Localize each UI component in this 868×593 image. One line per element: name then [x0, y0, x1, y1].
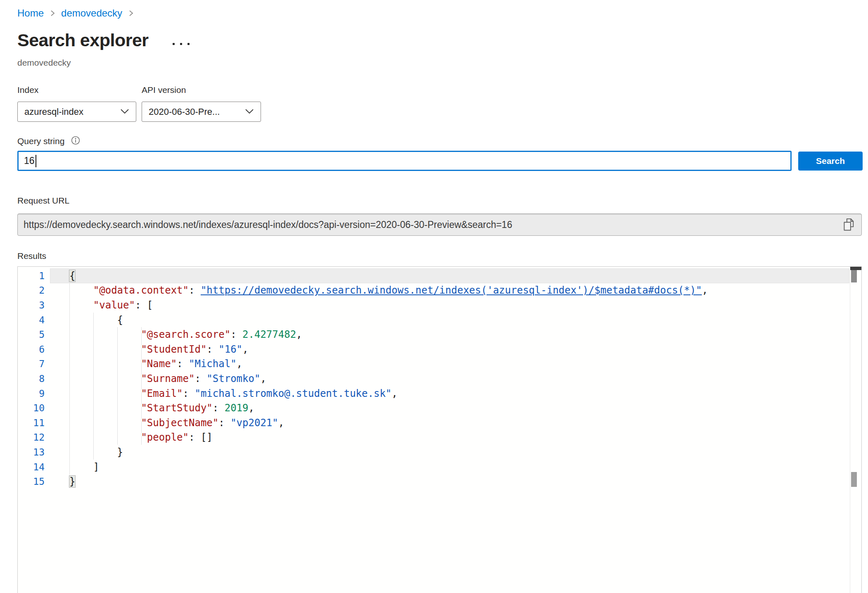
- code-line: 14 ]: [18, 460, 850, 474]
- line-number: 4: [18, 315, 45, 325]
- line-number: 10: [18, 403, 45, 413]
- code-text: "Surname": "Stromko",: [69, 373, 266, 384]
- request-url-value: https://demovedecky.search.windows.net/i…: [24, 219, 512, 230]
- code-text: "StudentId": "16",: [69, 344, 249, 355]
- line-number: 15: [18, 476, 45, 487]
- code-line: 3 "value": [: [18, 298, 850, 313]
- breadcrumb-home-link[interactable]: Home: [17, 7, 44, 19]
- api-version-select-value: 2020-06-30-Pre...: [149, 107, 220, 117]
- code-line: 6 "StudentId": "16",: [18, 342, 850, 357]
- code-line: 9 "Email": "michal.stromko@.student.tuke…: [18, 386, 850, 401]
- api-version-select[interactable]: 2020-06-30-Pre...: [142, 102, 261, 122]
- code-text: "value": [: [69, 299, 153, 311]
- scrollbar-cap: [850, 267, 861, 270]
- code-line: 15}: [18, 474, 850, 489]
- code-text: {: [69, 270, 75, 282]
- line-number: 3: [18, 300, 45, 311]
- line-number: 13: [18, 447, 45, 458]
- code-line: 1{: [18, 268, 850, 283]
- results-json-editor[interactable]: 1{2 "@odata.context": "https://demovedec…: [17, 266, 862, 593]
- page-scrollbar-thumb[interactable]: [851, 472, 857, 487]
- page-title: Search explorer: [17, 31, 149, 50]
- breadcrumb-service-link[interactable]: demovedecky: [61, 7, 122, 19]
- code-line: 10 "StartStudy": 2019,: [18, 401, 850, 415]
- line-number: 2: [18, 285, 45, 296]
- code-line: 2 "@odata.context": "https://demovedecky…: [18, 283, 850, 298]
- index-label: Index: [17, 85, 136, 95]
- request-url-label: Request URL: [17, 196, 69, 206]
- line-number: 6: [18, 344, 45, 355]
- editor-scrollbar-thumb[interactable]: [851, 270, 857, 282]
- code-text: ]: [69, 461, 99, 473]
- text-caret: [36, 155, 36, 167]
- query-input-value: 16: [24, 155, 35, 166]
- code-text: }: [69, 476, 75, 487]
- query-input[interactable]: 16: [17, 151, 792, 171]
- page-subtitle: demovedecky: [17, 58, 71, 68]
- info-icon[interactable]: [71, 135, 81, 147]
- code-text: {: [69, 314, 123, 326]
- scrollbar-track: [850, 267, 850, 593]
- code-text: "StartStudy": 2019,: [69, 402, 254, 414]
- index-field: Index azuresql-index: [17, 85, 136, 122]
- search-button[interactable]: Search: [798, 152, 863, 171]
- line-number: 9: [18, 388, 45, 399]
- code-text: "people": []: [69, 432, 213, 443]
- copy-icon: [842, 217, 856, 233]
- line-number: 1: [18, 270, 45, 281]
- code-text: }: [69, 446, 123, 458]
- code-line: 7 "Name": "Michal",: [18, 357, 850, 372]
- line-number: 12: [18, 432, 45, 443]
- index-select-value: azuresql-index: [24, 107, 83, 117]
- line-number: 8: [18, 373, 45, 384]
- index-select[interactable]: azuresql-index: [17, 102, 136, 122]
- breadcrumb: Home demovedecky: [17, 7, 140, 19]
- code-text: "SubjectName": "vp2021",: [69, 417, 284, 429]
- code-text: "@search.score": 2.4277482,: [69, 329, 302, 340]
- code-line: 5 "@search.score": 2.4277482,: [18, 327, 850, 342]
- query-string-label: Query string: [17, 136, 64, 146]
- results-label: Results: [17, 251, 46, 261]
- api-version-label: API version: [142, 85, 261, 95]
- line-number: 7: [18, 358, 45, 369]
- code-line: 4 {: [18, 313, 850, 327]
- code-lines: 1{2 "@odata.context": "https://demovedec…: [18, 268, 850, 489]
- code-line: 8 "Surname": "Stromko",: [18, 371, 850, 386]
- more-actions-icon[interactable]: [173, 43, 190, 45]
- chevron-down-icon: [120, 108, 129, 116]
- chevron-right-icon: [50, 9, 55, 17]
- api-version-field: API version 2020-06-30-Pre...: [142, 85, 261, 122]
- code-text: "Name": "Michal",: [69, 358, 242, 370]
- code-text: "Email": "michal.stromko@.student.tuke.s…: [69, 388, 398, 399]
- code-line: 13 }: [18, 445, 850, 460]
- code-line: 12 "people": []: [18, 430, 850, 445]
- copy-button[interactable]: [841, 217, 857, 233]
- query-controls: Index azuresql-index API version 2020-06…: [17, 85, 261, 122]
- line-number: 14: [18, 462, 45, 472]
- line-number: 11: [18, 417, 45, 428]
- chevron-down-icon: [245, 108, 254, 116]
- code-line: 11 "SubjectName": "vp2021",: [18, 415, 850, 430]
- chevron-right-icon: [128, 9, 134, 17]
- request-url-field[interactable]: https://demovedecky.search.windows.net/i…: [17, 213, 862, 236]
- line-number: 5: [18, 329, 45, 340]
- code-text: "@odata.context": "https://demovedecky.s…: [69, 285, 708, 296]
- search-explorer-page: Home demovedecky Search explorer demoved…: [0, 0, 868, 593]
